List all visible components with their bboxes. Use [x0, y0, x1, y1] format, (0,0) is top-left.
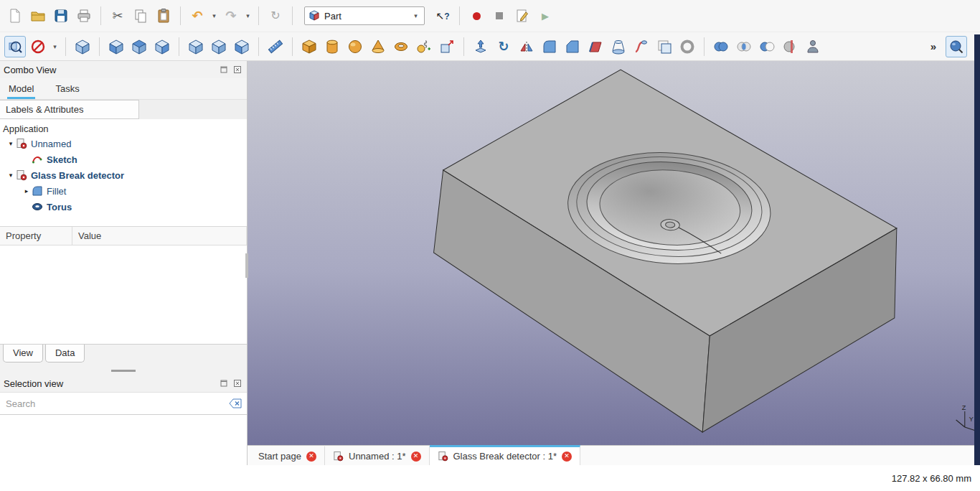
tree-item-torus[interactable]: Torus	[0, 199, 247, 215]
view-left-button[interactable]	[231, 36, 253, 57]
primitive-sphere-button[interactable]	[344, 36, 366, 57]
panel-viewport-splitter[interactable]	[245, 253, 248, 278]
standard-toolbar: ✂ ↶ ▾ ↷ ▾ ↻ Part ▾ ↖? ▶	[0, 0, 980, 32]
undo-button[interactable]: ↶	[187, 5, 208, 27]
tree-root-application[interactable]: Application	[0, 121, 247, 136]
primitive-cylinder-button[interactable]	[321, 36, 343, 57]
cut-button[interactable]: ✂	[107, 5, 128, 27]
tab-model[interactable]: Model	[7, 80, 35, 99]
redo-button[interactable]: ↷	[220, 5, 242, 27]
undo-dropdown-caret[interactable]: ▾	[209, 12, 219, 19]
cross-section-button[interactable]	[779, 36, 801, 57]
fit-all-button[interactable]	[4, 36, 26, 57]
expander-open-icon[interactable]: ▾	[6, 172, 16, 179]
clear-input-icon	[229, 398, 242, 408]
paste-button[interactable]	[153, 5, 174, 27]
tab-data[interactable]: Data	[45, 345, 85, 363]
refresh-button[interactable]: ↻	[265, 5, 286, 27]
extrude-button[interactable]	[470, 36, 491, 57]
view-right-button[interactable]	[151, 36, 173, 57]
workbench-dropdown-caret[interactable]: ▾	[411, 12, 420, 19]
float-panel-button[interactable]	[218, 64, 230, 75]
doc-tab-label: Unnamed : 1*	[349, 451, 406, 462]
value-column-header[interactable]: Value	[72, 227, 247, 245]
selection-view-body[interactable]	[0, 415, 247, 465]
create-primitives-button[interactable]	[413, 36, 435, 57]
view-bottom-button[interactable]	[208, 36, 230, 57]
workbench-selector[interactable]: Part ▾	[304, 6, 425, 25]
measure-distance-button[interactable]	[265, 36, 286, 57]
view-front-button[interactable]	[105, 36, 127, 57]
cylinder-icon	[324, 39, 340, 55]
expander-closed-icon[interactable]: ▸	[22, 187, 32, 195]
tab-view[interactable]: View	[3, 345, 43, 363]
redo-dropdown-caret[interactable]: ▾	[243, 12, 253, 19]
whats-this-button[interactable]: ↖?	[432, 5, 453, 27]
primitive-box-button[interactable]	[298, 36, 320, 57]
search-input[interactable]	[4, 395, 222, 412]
box-icon	[301, 39, 317, 55]
draw-style-dropdown-caret[interactable]: ▾	[50, 43, 60, 50]
view-right-cube-icon	[154, 39, 170, 55]
shape-builder-button[interactable]	[436, 36, 458, 57]
dock-splitter[interactable]	[0, 366, 247, 375]
clear-search-button[interactable]	[228, 398, 242, 409]
check-geometry-button[interactable]	[802, 36, 824, 57]
appearance-button[interactable]	[946, 36, 967, 57]
chamfer-button[interactable]	[562, 36, 583, 57]
save-document-button[interactable]	[50, 5, 72, 27]
labels-attributes-cell[interactable]: Labels & Attributes	[0, 100, 139, 119]
view-rear-button[interactable]	[185, 36, 207, 57]
macro-record-button[interactable]	[466, 5, 487, 27]
close-panel-button[interactable]	[232, 64, 243, 75]
sweep-button[interactable]	[631, 36, 652, 57]
primitive-torus-button[interactable]	[390, 36, 412, 57]
offset-button[interactable]	[654, 36, 675, 57]
boolean-union-button[interactable]	[710, 36, 732, 57]
loft-button[interactable]	[608, 36, 629, 57]
macro-edit-button[interactable]	[512, 5, 533, 27]
fillet-button[interactable]	[539, 36, 560, 57]
mirror-button[interactable]	[516, 36, 537, 57]
view-top-button[interactable]	[128, 36, 150, 57]
copy-button[interactable]	[130, 5, 151, 27]
cone-icon	[370, 39, 386, 55]
tree-item-sketch[interactable]: Sketch	[0, 151, 247, 167]
macro-stop-button[interactable]	[489, 5, 510, 27]
boolean-union-icon	[713, 39, 729, 55]
revolve-button[interactable]: ↻	[493, 36, 514, 57]
boolean-cut-button[interactable]	[756, 36, 778, 57]
float-panel-button[interactable]	[218, 378, 230, 389]
property-column-header[interactable]: Property	[0, 227, 72, 245]
macro-execute-button[interactable]: ▶	[534, 5, 556, 27]
part-solid[interactable]	[434, 70, 897, 432]
tree-item-fillet[interactable]: ▸ Fillet	[0, 183, 247, 199]
tree-item-unnamed[interactable]: ▾ Unnamed	[0, 136, 247, 151]
measure-ruler-icon	[268, 39, 283, 55]
boolean-common-button[interactable]	[733, 36, 755, 57]
new-document-button[interactable]	[4, 5, 26, 27]
view-axonometric-button[interactable]	[72, 36, 93, 57]
expander-open-icon[interactable]: ▾	[6, 140, 16, 147]
tab-tasks[interactable]: Tasks	[54, 80, 80, 99]
part-workbench-icon	[308, 10, 320, 22]
doc-tab-glass-break-detector[interactable]: Glass Break detector : 1* ✕	[430, 445, 581, 465]
print-button[interactable]	[73, 5, 95, 27]
tree-item-glass-break-detector[interactable]: ▾ Glass Break detector	[0, 167, 247, 183]
doc-tab-start-page[interactable]: Start page ✕	[250, 445, 325, 465]
draw-style-button[interactable]	[27, 36, 49, 57]
close-panel-button[interactable]	[232, 378, 243, 389]
thickness-button[interactable]	[677, 36, 698, 57]
primitive-cone-button[interactable]	[367, 36, 389, 57]
doc-tab-unnamed[interactable]: Unnamed : 1* ✕	[325, 445, 430, 465]
right-dock-strip[interactable]	[974, 34, 980, 465]
3d-scene[interactable]: Z Y X	[248, 61, 980, 445]
close-tab-button[interactable]: ✕	[306, 452, 316, 462]
close-tab-button[interactable]: ✕	[411, 452, 421, 462]
ruled-surface-button[interactable]	[585, 36, 606, 57]
open-document-button[interactable]	[27, 5, 49, 27]
property-table-body[interactable]	[0, 246, 247, 345]
toolbar-overflow-button[interactable]: »	[923, 36, 944, 57]
3d-viewport[interactable]: Z Y X	[248, 61, 980, 445]
close-tab-button[interactable]: ✕	[562, 452, 572, 462]
